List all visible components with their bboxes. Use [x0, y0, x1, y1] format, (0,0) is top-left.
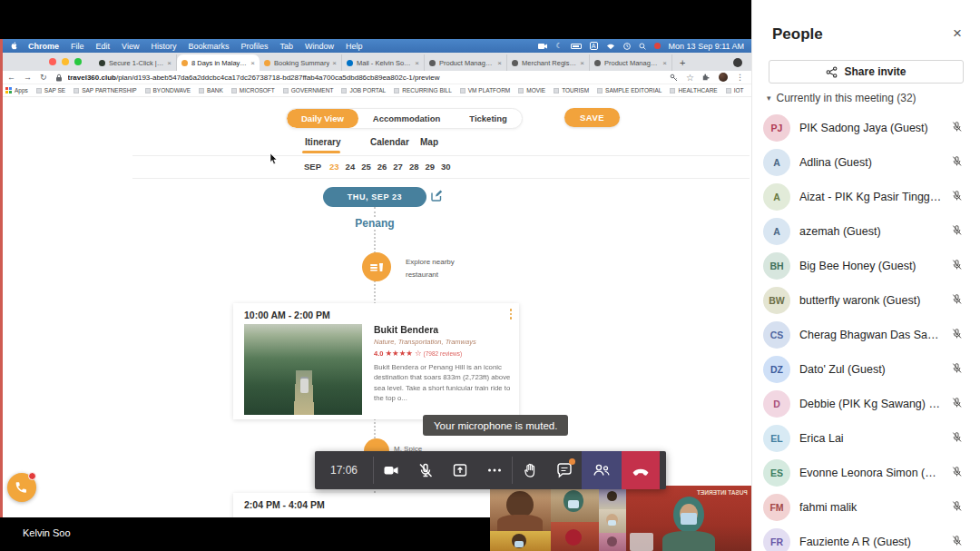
view-tab[interactable]: Accommodation: [358, 109, 455, 128]
menu-item[interactable]: Chrome: [28, 42, 59, 51]
browser-tab[interactable]: Product Management ×: [590, 54, 672, 71]
tab-close-icon[interactable]: ×: [497, 59, 502, 67]
video-thumbnail[interactable]: [599, 533, 626, 551]
view-tab[interactable]: Daily View: [287, 109, 358, 128]
menu-item[interactable]: View: [122, 42, 139, 51]
extension-icon[interactable]: [702, 74, 710, 82]
video-thumbnail[interactable]: [490, 486, 551, 531]
activity-card[interactable]: 10:00 AM - 2:00 PM Bukit Bendera Nature,…: [233, 303, 519, 419]
bookmark-item[interactable]: VM PLATFORM: [460, 87, 510, 93]
video-thumbnail[interactable]: [551, 486, 599, 522]
browser-tab[interactable]: Secure 1-Click | Razer Merc... ×: [94, 54, 177, 71]
bookmark-item[interactable]: IOT: [726, 87, 744, 93]
tab-close-icon[interactable]: ×: [332, 59, 337, 67]
menu-item[interactable]: Edit: [96, 42, 111, 51]
zoom-window-icon[interactable]: [74, 58, 82, 65]
participant-row[interactable]: FM fahmi malik: [752, 490, 980, 525]
menu-bar-clock[interactable]: Mon 13 Sep 9:11 AM: [669, 42, 744, 51]
tab-close-icon[interactable]: ×: [580, 59, 584, 67]
people-button[interactable]: [582, 451, 622, 489]
menu-item[interactable]: Profiles: [240, 42, 268, 51]
do-not-disturb-icon[interactable]: ☾: [555, 43, 562, 50]
wifi-icon[interactable]: [606, 43, 615, 50]
tab-strip-profile-icon[interactable]: [733, 58, 742, 67]
bookmark-item[interactable]: GOVERNMENT: [283, 87, 334, 93]
browser-menu-icon[interactable]: ⋮: [736, 73, 744, 82]
raise-hand-button[interactable]: [513, 451, 547, 489]
back-icon[interactable]: ←: [7, 73, 15, 82]
participant-row[interactable]: A Adlina (Guest): [752, 145, 980, 180]
url-input[interactable]: travel360.club/plan/d193-abeb547da6a2ddc…: [68, 74, 440, 82]
browser-tab[interactable]: 8 Days in Malaysia ×: [177, 54, 260, 71]
participant-mic-muted-icon[interactable]: [950, 120, 964, 137]
forward-icon[interactable]: →: [24, 73, 32, 82]
date-item[interactable]: 30: [441, 162, 451, 172]
bookmark-item[interactable]: SAP SE: [36, 87, 65, 93]
bookmark-apps[interactable]: Apps: [5, 87, 28, 93]
browser-tab[interactable]: Merchant Registration ×: [507, 54, 590, 71]
bookmark-item[interactable]: MOVIE: [518, 87, 545, 93]
camera-button[interactable]: [374, 451, 408, 489]
tab-close-icon[interactable]: ×: [167, 59, 172, 67]
participant-row[interactable]: CS Cherag Bhagwan Das Sawlan: [752, 318, 980, 352]
participant-mic-muted-icon[interactable]: [950, 154, 964, 172]
share-screen-button[interactable]: [443, 451, 477, 489]
day-header-pill[interactable]: THU, SEP 23: [323, 187, 426, 207]
bookmark-item[interactable]: BANK: [199, 87, 223, 93]
close-panel-icon[interactable]: ×: [953, 25, 962, 41]
browser-profile-avatar[interactable]: [719, 73, 728, 82]
menu-item[interactable]: Bookmarks: [188, 42, 229, 51]
more-actions-button[interactable]: [477, 451, 512, 489]
browser-tab[interactable]: Booking Summary ×: [260, 54, 342, 71]
bookmark-item[interactable]: RECURRING BILL: [394, 87, 452, 93]
participant-mic-muted-icon[interactable]: [950, 327, 964, 344]
menu-item[interactable]: Window: [305, 42, 334, 51]
window-controls[interactable]: [49, 58, 82, 65]
tab-map[interactable]: Map: [420, 137, 438, 147]
clock-icon[interactable]: [623, 43, 631, 50]
date-item[interactable]: 29: [425, 162, 435, 172]
edit-day-icon[interactable]: [430, 189, 444, 202]
participant-row[interactable]: FR Fauziente A R (Guest): [752, 525, 980, 551]
save-button[interactable]: SAVE: [564, 108, 620, 127]
video-thumbnail[interactable]: [551, 522, 599, 551]
tab-close-icon[interactable]: ×: [415, 59, 419, 67]
mic-muted-button[interactable]: [408, 451, 443, 489]
restaurant-stop-icon[interactable]: [362, 252, 391, 281]
bookmark-item[interactable]: BYONDWAVE: [145, 87, 191, 93]
video-thumbnail[interactable]: [599, 509, 626, 533]
view-tab[interactable]: Ticketing: [455, 109, 522, 128]
participant-row[interactable]: BW butterfly waronk (Guest): [752, 283, 980, 318]
chat-button[interactable]: [547, 451, 582, 489]
participant-row[interactable]: A azemah (Guest): [752, 214, 980, 249]
hang-up-button[interactable]: [622, 451, 660, 489]
participant-mic-muted-icon[interactable]: [950, 223, 964, 241]
battery-icon[interactable]: [571, 44, 582, 49]
tab-calendar[interactable]: Calendar: [370, 137, 409, 147]
date-item[interactable]: 24: [346, 162, 356, 172]
date-item[interactable]: 25: [361, 162, 371, 172]
participant-mic-muted-icon[interactable]: [950, 292, 964, 310]
bookmark-item[interactable]: SAP PARTNERSHIP: [74, 87, 136, 93]
reload-icon[interactable]: ↻: [40, 73, 47, 82]
date-item[interactable]: 26: [377, 162, 387, 172]
participant-row[interactable]: DZ Dato' Zul (Guest): [752, 352, 980, 387]
browser-tab[interactable]: Mail - Kelvin Soo - Outlook ×: [342, 54, 425, 71]
screen-share-status-icon[interactable]: [538, 43, 547, 50]
video-thumbnail-large[interactable]: PUSAT INTERNET: [626, 486, 751, 551]
whatsapp-icon[interactable]: [7, 473, 36, 502]
minimize-window-icon[interactable]: [62, 58, 69, 65]
tab-close-icon[interactable]: ×: [662, 59, 667, 67]
video-thumbnail[interactable]: [490, 531, 551, 551]
bookmark-item[interactable]: JOB PORTAL: [341, 87, 386, 93]
bookmark-item[interactable]: TOURISM: [554, 87, 589, 93]
participant-row[interactable]: BH Big Bee Honey (Guest): [752, 249, 980, 283]
bookmark-item[interactable]: MICROSOFT: [231, 87, 275, 93]
date-item[interactable]: 23: [329, 162, 339, 172]
apple-logo-icon[interactable]: [11, 42, 19, 50]
menu-item[interactable]: Tab: [279, 42, 293, 51]
participant-mic-muted-icon[interactable]: [950, 430, 964, 448]
card-menu-icon[interactable]: [510, 309, 513, 320]
input-source-icon[interactable]: A: [590, 42, 598, 50]
bookmark-item[interactable]: HEALTHCARE: [670, 87, 717, 93]
